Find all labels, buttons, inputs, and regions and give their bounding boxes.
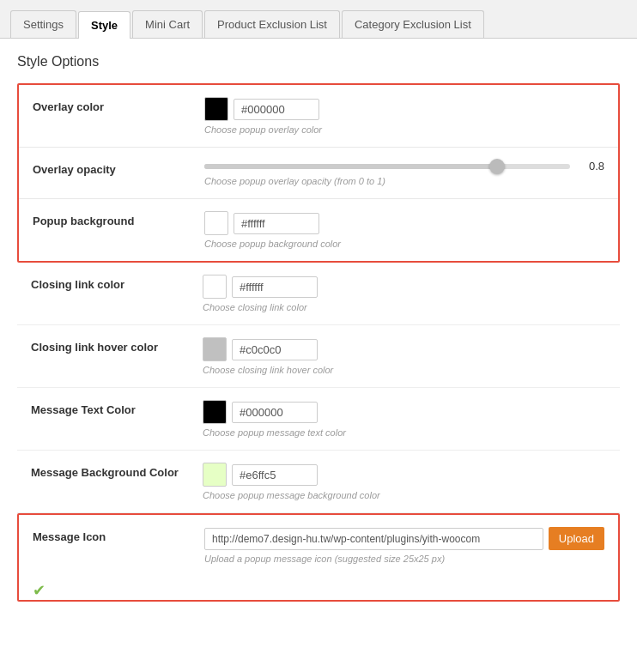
closing-link-color-control: Choose closing link color (203, 275, 606, 312)
section-title: Style Options (17, 54, 620, 70)
message-icon-label: Message Icon (33, 527, 204, 543)
opacity-slider-fill (204, 164, 497, 169)
popup-bg-hint: Choose popup background color (204, 239, 604, 249)
overlay-color-row: Overlay color Choose popup overlay color (19, 85, 618, 148)
message-text-color-hint: Choose popup message text color (203, 427, 606, 438)
overlay-color-swatch[interactable] (204, 97, 228, 121)
popup-bg-input[interactable] (234, 213, 319, 234)
message-text-color-control: Choose popup message text color (203, 400, 606, 438)
upload-button[interactable]: Upload (549, 527, 604, 550)
opacity-slider-thumb[interactable] (489, 159, 505, 174)
tab-product-exclusion[interactable]: Product Exclusion List (204, 10, 340, 38)
overlay-opacity-label: Overlay opacity (33, 160, 204, 176)
popup-bg-row: Popup background Choose popup background… (19, 199, 618, 261)
closing-link-color-label: Closing link color (31, 275, 203, 291)
popup-bg-swatch[interactable] (204, 211, 228, 235)
popup-bg-control: Choose popup background color (204, 211, 604, 249)
message-bg-color-label: Message Background Color (31, 463, 203, 479)
overlay-opacity-hint: Choose popup overlay opacity (from 0 to … (204, 176, 604, 186)
tabs-bar: Settings Style Mini Cart Product Exclusi… (0, 0, 637, 39)
closing-link-hover-control: Choose closing link hover color (203, 337, 606, 375)
checkmark-icon: ✔ (33, 581, 618, 600)
overlay-color-control: Choose popup overlay color (204, 97, 604, 135)
message-text-color-label: Message Text Color (31, 400, 203, 416)
closing-link-hover-label: Closing link hover color (31, 337, 203, 354)
tab-style[interactable]: Style (78, 11, 130, 39)
opacity-slider-value: 0.8 (579, 160, 604, 173)
message-icon-url-input[interactable] (204, 528, 543, 550)
overlay-opacity-control: 0.8 Choose popup overlay opacity (from 0… (204, 160, 604, 186)
message-bg-color-hint: Choose popup message background color (203, 490, 606, 500)
message-bg-color-control: Choose popup message background color (203, 463, 606, 500)
message-text-color-swatch[interactable] (203, 400, 227, 424)
overlay-color-hint: Choose popup overlay color (204, 124, 604, 135)
overlay-color-label: Overlay color (33, 97, 204, 113)
opacity-slider-track[interactable] (204, 164, 570, 169)
closing-link-hover-row: Closing link hover color Choose closing … (17, 325, 620, 388)
message-text-color-input[interactable] (232, 402, 318, 423)
closing-link-color-hint: Choose closing link color (203, 302, 606, 312)
message-icon-row: Message Icon Upload Upload a popup messa… (19, 515, 618, 576)
closing-link-hover-input[interactable] (232, 339, 318, 360)
closing-link-hover-swatch[interactable] (203, 337, 227, 361)
page-wrapper: Settings Style Mini Cart Product Exclusi… (0, 0, 637, 672)
message-icon-outlined-group: Message Icon Upload Upload a popup messa… (17, 513, 620, 602)
overlay-color-input[interactable] (234, 99, 319, 120)
tab-category-exclusion[interactable]: Category Exclusion List (342, 10, 484, 38)
overlay-opacity-row: Overlay opacity 0.8 Choose popup overlay… (19, 148, 618, 199)
message-icon-hint: Upload a popup message icon (suggested s… (204, 554, 604, 564)
popup-bg-label: Popup background (33, 211, 204, 227)
message-bg-color-input[interactable] (232, 464, 318, 486)
closing-link-color-row: Closing link color Choose closing link c… (17, 263, 620, 325)
message-text-color-row: Message Text Color Choose popup message … (17, 388, 620, 451)
message-bg-color-row: Message Background Color Choose popup me… (17, 451, 620, 513)
normal-rows-group: Closing link color Choose closing link c… (17, 263, 620, 513)
content-area: Style Options Overlay color Choose popup… (0, 39, 637, 617)
message-bg-color-swatch[interactable] (203, 463, 227, 487)
outlined-group: Overlay color Choose popup overlay color… (17, 83, 620, 263)
message-icon-control: Upload Upload a popup message icon (sugg… (204, 527, 604, 564)
closing-link-color-swatch[interactable] (203, 275, 227, 299)
closing-link-hover-hint: Choose closing link hover color (203, 365, 606, 375)
tab-mini-cart[interactable]: Mini Cart (132, 10, 203, 38)
tab-settings[interactable]: Settings (10, 10, 76, 38)
closing-link-color-input[interactable] (232, 276, 318, 298)
